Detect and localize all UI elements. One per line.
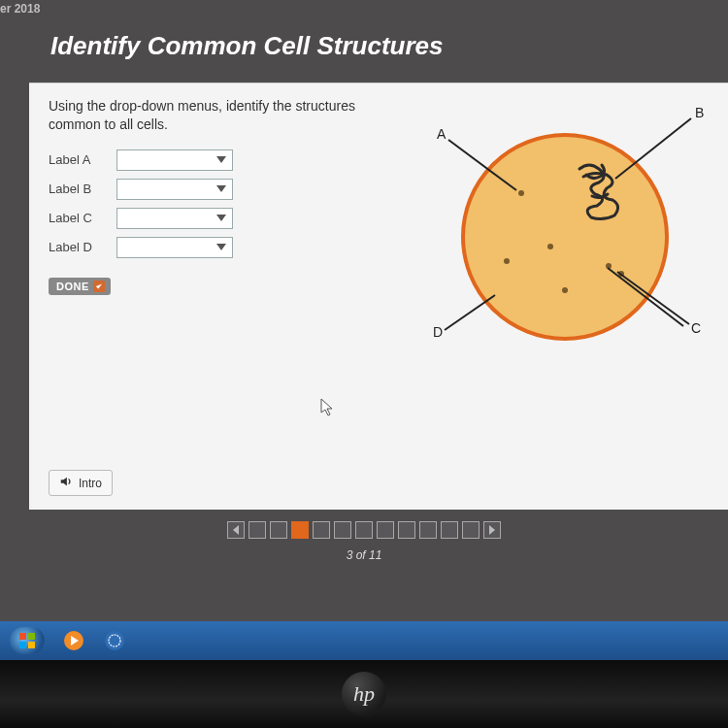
progress-prev-button[interactable] xyxy=(227,521,245,539)
chevron-down-icon xyxy=(215,241,228,254)
instructions-text: Using the drop-down menus, identify the … xyxy=(49,97,359,134)
windows-icon xyxy=(18,632,36,649)
svg-point-2 xyxy=(504,258,510,264)
dropdown-c[interactable] xyxy=(116,208,233,229)
chevron-down-icon xyxy=(215,182,228,196)
app-screen: er 2018 Identify Common Cell Structures … xyxy=(0,0,728,621)
hp-logo: hp xyxy=(342,672,386,716)
progress-step-11[interactable] xyxy=(462,521,480,539)
taskbar-app-icon[interactable] xyxy=(103,629,126,652)
progress-step-4[interactable] xyxy=(313,521,330,539)
svg-point-3 xyxy=(562,287,568,293)
diagram-label-a: A xyxy=(437,126,446,142)
svg-rect-14 xyxy=(19,642,26,648)
label-b-text: Label B xyxy=(49,182,116,196)
diagram-label-d: D xyxy=(433,324,443,340)
chevron-down-icon xyxy=(215,212,228,225)
progress-step-9[interactable] xyxy=(419,521,437,539)
svg-point-17 xyxy=(105,631,124,650)
progress-step-6[interactable] xyxy=(355,521,373,539)
label-a-text: Label A xyxy=(49,152,116,167)
done-label: DONE xyxy=(56,281,89,292)
dropdown-d[interactable] xyxy=(116,237,233,258)
intro-label: Intro xyxy=(79,477,102,490)
taskbar xyxy=(0,621,728,660)
cursor-icon xyxy=(320,398,334,417)
svg-point-0 xyxy=(463,135,667,339)
progress-step-5[interactable] xyxy=(334,521,351,539)
svg-rect-13 xyxy=(28,633,35,640)
progress-step-8[interactable] xyxy=(398,521,415,539)
start-button[interactable] xyxy=(10,627,45,654)
header-corner-text: er 2018 xyxy=(0,2,40,16)
progress-next-button[interactable] xyxy=(483,521,501,539)
progress-step-3[interactable] xyxy=(291,521,309,539)
chevron-down-icon xyxy=(215,153,228,167)
speaker-icon xyxy=(59,475,73,491)
diagram-label-b: B xyxy=(695,105,704,120)
svg-line-8 xyxy=(615,118,691,179)
page-title: Identify Common Cell Structures xyxy=(50,31,444,61)
check-icon xyxy=(93,281,105,292)
progress-row xyxy=(227,521,501,539)
label-c-text: Label C xyxy=(49,211,116,225)
progress-step-7[interactable] xyxy=(377,521,394,539)
svg-line-11 xyxy=(445,295,495,330)
svg-point-6 xyxy=(547,244,553,249)
svg-rect-15 xyxy=(28,642,35,648)
monitor-bezel: hp xyxy=(0,660,728,728)
progress-step-2[interactable] xyxy=(270,521,287,539)
intro-button[interactable]: Intro xyxy=(49,470,113,496)
progress-text: 3 of 11 xyxy=(347,548,382,562)
dropdown-a[interactable] xyxy=(116,149,233,171)
done-button[interactable]: DONE xyxy=(49,278,111,295)
content-card: Using the drop-down menus, identify the … xyxy=(29,83,728,510)
cell-diagram: A B C D xyxy=(400,101,711,373)
progress-step-1[interactable] xyxy=(248,521,266,539)
dropdown-b[interactable] xyxy=(116,179,233,200)
svg-point-1 xyxy=(518,190,524,196)
progress-bar: 3 of 11 xyxy=(0,519,728,568)
progress-step-10[interactable] xyxy=(441,521,458,539)
diagram-label-c: C xyxy=(691,320,701,336)
label-d-text: Label D xyxy=(49,240,116,254)
svg-rect-12 xyxy=(19,633,26,640)
taskbar-media-icon[interactable] xyxy=(62,629,85,652)
card-inner: Using the drop-down menus, identify the … xyxy=(49,97,724,496)
